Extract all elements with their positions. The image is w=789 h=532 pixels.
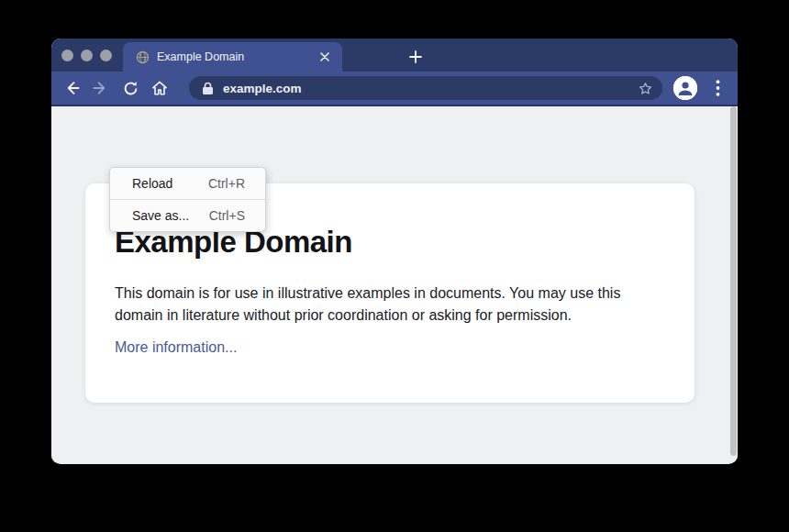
- lock-icon: [202, 82, 214, 95]
- back-button[interactable]: [61, 77, 83, 99]
- reload-button[interactable]: [119, 77, 141, 99]
- url-text: example.com: [223, 82, 635, 95]
- forward-icon: [92, 79, 110, 97]
- context-menu: Reload Ctrl+R Save as... Ctrl+S: [109, 167, 266, 232]
- menu-item-label: Save as...: [132, 208, 189, 223]
- zoom-window-button[interactable]: [100, 50, 112, 61]
- browser-window: Example Domain: [51, 39, 738, 464]
- menu-item-label: Reload: [132, 176, 172, 191]
- menu-item-shortcut: Ctrl+R: [208, 176, 245, 191]
- more-information-link[interactable]: More information...: [115, 339, 237, 356]
- window-controls: [61, 39, 112, 72]
- new-tab-button[interactable]: [405, 46, 427, 68]
- plus-icon: [409, 50, 422, 63]
- close-window-button[interactable]: [61, 50, 73, 61]
- forward-button[interactable]: [90, 77, 112, 99]
- profile-button[interactable]: [673, 76, 697, 100]
- minimize-window-button[interactable]: [81, 50, 93, 61]
- tab-bar: Example Domain: [51, 39, 738, 72]
- toolbar: example.com: [51, 72, 738, 106]
- home-icon: [150, 79, 169, 97]
- menu-item-save-as[interactable]: Save as... Ctrl+S: [110, 200, 265, 231]
- three-dots-icon: [716, 80, 720, 96]
- reload-icon: [122, 80, 139, 97]
- tab-title: Example Domain: [157, 50, 317, 63]
- bookmark-button[interactable]: [635, 78, 655, 98]
- tab-close-icon[interactable]: [317, 49, 333, 65]
- home-button[interactable]: [149, 77, 171, 99]
- browser-menu-button[interactable]: [708, 77, 727, 99]
- menu-item-shortcut: Ctrl+S: [209, 208, 245, 223]
- tab-example-domain[interactable]: Example Domain: [123, 42, 342, 72]
- page-viewport: Example Domain This domain is for use in…: [51, 106, 738, 462]
- avatar-icon: [673, 76, 697, 100]
- star-icon: [637, 80, 654, 97]
- favicon-icon: [136, 50, 150, 64]
- scrollbar[interactable]: [730, 106, 737, 456]
- menu-item-reload[interactable]: Reload Ctrl+R: [110, 168, 265, 199]
- address-bar[interactable]: example.com: [189, 76, 662, 100]
- back-icon: [62, 79, 81, 97]
- page-paragraph: This domain is for use in illustrative e…: [115, 283, 658, 327]
